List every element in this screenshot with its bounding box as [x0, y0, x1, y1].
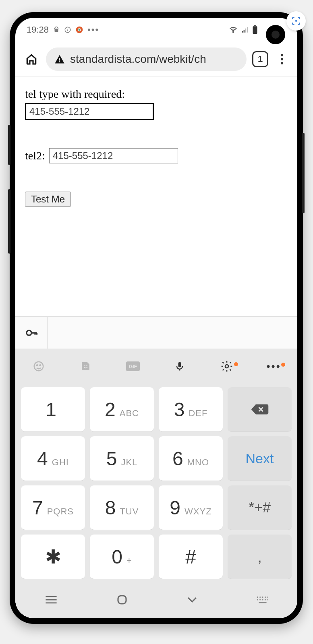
key-4[interactable]: 4GHI — [21, 436, 85, 481]
nav-keyboard-switch-button[interactable] — [256, 595, 268, 606]
svg-rect-29 — [118, 596, 126, 604]
svg-point-38 — [265, 599, 266, 600]
svg-point-13 — [281, 54, 283, 56]
browser-menu-button[interactable] — [274, 53, 290, 65]
nav-back-button[interactable] — [186, 595, 198, 606]
numeric-keypad: 1 2ABC 3DEF 4GHI 5JKL 6MNO Next 7PQRS 8T… — [15, 384, 297, 584]
svg-rect-12 — [59, 61, 60, 62]
keyboard-more-icon[interactable]: ••• — [262, 360, 286, 373]
key-2[interactable]: 2ABC — [90, 387, 154, 431]
test-me-button[interactable]: Test Me — [25, 192, 71, 207]
key-9[interactable]: 9WXYZ — [159, 485, 223, 530]
nav-recents-button[interactable] — [44, 594, 58, 607]
svg-point-8 — [233, 31, 234, 33]
svg-rect-40 — [259, 602, 266, 603]
svg-rect-9 — [253, 26, 257, 34]
tab-count-value: 1 — [258, 54, 263, 64]
svg-point-31 — [259, 597, 261, 598]
svg-point-21 — [86, 365, 87, 366]
svg-point-17 — [34, 362, 44, 371]
more-badge-dot — [281, 363, 285, 367]
url-text: standardista.com/webkit/ch — [70, 53, 206, 66]
volume-down-button — [8, 189, 10, 254]
svg-point-15 — [281, 62, 283, 64]
svg-point-30 — [257, 597, 258, 598]
web-page-content: tel type with required: tel2: Test Me — [15, 76, 297, 316]
keyboard-toolbar: GIF ••• — [15, 349, 297, 384]
svg-point-18 — [37, 365, 38, 366]
tel2-input[interactable] — [49, 148, 178, 163]
key-backspace[interactable] — [228, 387, 292, 431]
soft-keyboard: GIF ••• 1 2ABC 3DEF — [15, 349, 297, 618]
emoji-icon[interactable] — [27, 360, 51, 372]
info-icon — [64, 26, 71, 33]
android-icon — [53, 26, 60, 33]
power-button — [302, 133, 305, 213]
more-notifications-icon: ••• — [87, 25, 99, 35]
tab-switcher-button[interactable]: 1 — [252, 51, 268, 67]
svg-point-7 — [79, 29, 81, 31]
svg-point-33 — [265, 597, 266, 598]
svg-text:GIF: GIF — [129, 364, 137, 369]
key-8[interactable]: 8TUV — [90, 485, 154, 530]
svg-rect-24 — [178, 362, 181, 367]
svg-point-20 — [84, 365, 85, 366]
password-key-icon[interactable] — [15, 317, 48, 349]
tel1-label: tel type with required: — [25, 88, 288, 101]
svg-point-0 — [295, 20, 297, 22]
key-0[interactable]: 0+ — [90, 535, 154, 579]
gif-icon[interactable]: GIF — [121, 361, 145, 372]
key-next[interactable]: Next — [228, 436, 292, 481]
volume-up-button — [8, 125, 10, 165]
svg-point-37 — [262, 599, 263, 600]
browser-toolbar: standardista.com/webkit/ch 1 — [15, 42, 297, 76]
key-6[interactable]: 6MNO — [159, 436, 223, 481]
battery-icon — [252, 25, 258, 34]
svg-point-39 — [267, 599, 268, 600]
status-time: 19:28 — [27, 25, 49, 35]
settings-badge-dot — [234, 362, 238, 366]
svg-point-36 — [259, 599, 261, 600]
svg-point-16 — [27, 330, 31, 335]
svg-point-25 — [225, 365, 228, 368]
tel1-input[interactable] — [25, 103, 154, 120]
system-nav-bar — [15, 584, 297, 617]
nav-home-button[interactable] — [116, 594, 128, 607]
svg-point-14 — [281, 58, 283, 60]
sticker-icon[interactable] — [74, 360, 98, 372]
not-secure-icon — [54, 54, 65, 65]
signal-icon — [241, 26, 249, 34]
key-5[interactable]: 5JKL — [90, 436, 154, 481]
screenshot-scan-button[interactable] — [286, 11, 306, 31]
phone-frame: 19:28 ••• — [10, 12, 303, 624]
key-3[interactable]: 3DEF — [159, 387, 223, 431]
mic-icon[interactable] — [168, 359, 192, 373]
wifi-icon — [229, 25, 238, 34]
svg-point-32 — [262, 597, 263, 598]
phone-screen: 19:28 ••• — [15, 18, 297, 618]
status-bar: 19:28 ••• — [15, 18, 297, 42]
svg-rect-11 — [59, 58, 60, 60]
chrome-icon — [75, 26, 83, 34]
url-bar[interactable]: standardista.com/webkit/ch — [46, 47, 247, 71]
keyboard-settings-icon[interactable] — [215, 360, 239, 373]
front-camera — [266, 25, 285, 44]
key-hash[interactable]: # — [159, 535, 223, 579]
keyboard-suggestion-bar — [15, 316, 297, 349]
key-7[interactable]: 7PQRS — [21, 485, 85, 530]
key-1[interactable]: 1 — [21, 387, 85, 431]
browser-home-button[interactable] — [23, 50, 40, 68]
tel2-label: tel2: — [25, 149, 45, 162]
key-symbols[interactable]: *+# — [228, 485, 292, 530]
svg-point-34 — [267, 597, 268, 598]
svg-rect-1 — [55, 29, 58, 32]
key-star[interactable]: ✱ — [21, 535, 85, 579]
svg-point-19 — [40, 365, 41, 366]
svg-rect-10 — [254, 25, 256, 26]
svg-point-35 — [257, 599, 258, 600]
key-comma[interactable]: , — [228, 535, 292, 579]
